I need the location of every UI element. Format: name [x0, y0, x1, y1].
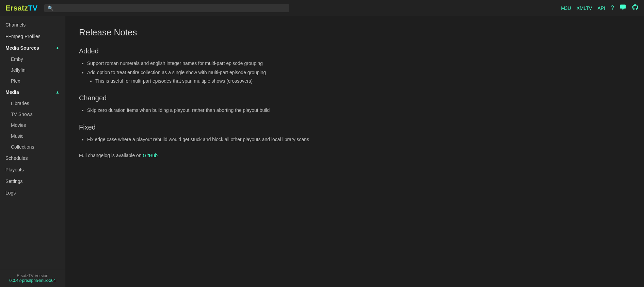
sidebar-item-movies[interactable]: Movies	[0, 120, 65, 131]
section-fixed-heading: Fixed	[79, 123, 630, 131]
svg-marker-1	[622, 9, 624, 10]
search-icon: 🔍	[48, 5, 53, 11]
section-added-heading: Added	[79, 47, 630, 55]
sidebar: Channels FFmpeg Profiles Media Sources ▲…	[0, 16, 65, 287]
sidebar-item-plex[interactable]: Plex	[0, 75, 65, 86]
sidebar-item-logs[interactable]: Logs	[0, 187, 65, 199]
search-bar: 🔍	[44, 4, 289, 12]
topnav: ErsatzTV 🔍 M3U XMLTV API ?	[0, 0, 644, 16]
sidebar-item-schedules[interactable]: Schedules	[0, 152, 65, 164]
nav-links: M3U XMLTV API ?	[561, 4, 639, 12]
list-item: Fix edge case where a playout rebuild wo…	[87, 136, 630, 143]
sidebar-section-media-sources[interactable]: Media Sources ▲	[0, 42, 65, 54]
app-logo: ErsatzTV	[5, 4, 37, 13]
sidebar-nav: Channels FFmpeg Profiles Media Sources ▲…	[0, 16, 65, 269]
m3u-link[interactable]: M3U	[561, 5, 571, 11]
sidebar-item-emby[interactable]: Emby	[0, 54, 65, 65]
page-title: Release Notes	[79, 27, 630, 38]
list-item: This is useful for multi-part episodes t…	[95, 78, 630, 85]
fixed-list: Fix edge case where a playout rebuild wo…	[79, 136, 630, 143]
sidebar-item-playouts[interactable]: Playouts	[0, 164, 65, 175]
main-content: Release Notes Added Support roman numera…	[65, 16, 644, 287]
list-item: Add option to treat entire collection as…	[87, 69, 630, 85]
chat-icon[interactable]	[619, 4, 626, 12]
list-item: Support roman numerals and english integ…	[87, 60, 630, 67]
svg-rect-0	[620, 5, 626, 9]
changelog-line: Full changelog is available on GitHub	[79, 153, 630, 158]
search-input[interactable]	[56, 5, 286, 11]
added-list: Support roman numerals and english integ…	[79, 60, 630, 85]
changed-list: Skip zero duration items when building a…	[79, 107, 630, 114]
github-link[interactable]: GitHub	[143, 153, 158, 158]
sidebar-footer: ErsatzTV Version 0.0.42-prealpha-linux-x…	[0, 269, 65, 287]
xmltv-link[interactable]: XMLTV	[577, 5, 592, 11]
list-item: Skip zero duration items when building a…	[87, 107, 630, 114]
logo-ersatz: Ersatz	[5, 4, 28, 12]
media-chevron-icon: ▲	[55, 90, 60, 95]
sidebar-item-libraries[interactable]: Libraries	[0, 98, 65, 109]
layout: Channels FFmpeg Profiles Media Sources ▲…	[0, 16, 644, 287]
help-icon[interactable]: ?	[611, 4, 614, 12]
sub-list: This is useful for multi-part episodes t…	[87, 78, 630, 85]
section-changed: Changed Skip zero duration items when bu…	[79, 94, 630, 114]
sidebar-item-ffmpeg[interactable]: FFmpeg Profiles	[0, 31, 65, 42]
sidebar-item-music[interactable]: Music	[0, 131, 65, 141]
section-changed-heading: Changed	[79, 94, 630, 102]
sidebar-item-tv-shows[interactable]: TV Shows	[0, 109, 65, 120]
media-sources-chevron-icon: ▲	[55, 46, 60, 50]
version-link[interactable]: 0.0.42-prealpha-linux-x64	[9, 278, 55, 283]
sidebar-item-settings[interactable]: Settings	[0, 175, 65, 187]
sidebar-item-collections[interactable]: Collections	[0, 141, 65, 152]
github-icon[interactable]	[632, 4, 639, 12]
section-added: Added Support roman numerals and english…	[79, 47, 630, 85]
sidebar-item-jellyfin[interactable]: Jellyfin	[0, 65, 65, 75]
api-link[interactable]: API	[597, 5, 605, 11]
version-label: ErsatzTV Version	[5, 273, 60, 278]
logo-tv: TV	[28, 4, 37, 12]
sidebar-item-channels[interactable]: Channels	[0, 19, 65, 31]
section-fixed: Fixed Fix edge case where a playout rebu…	[79, 123, 630, 143]
sidebar-section-media[interactable]: Media ▲	[0, 86, 65, 98]
